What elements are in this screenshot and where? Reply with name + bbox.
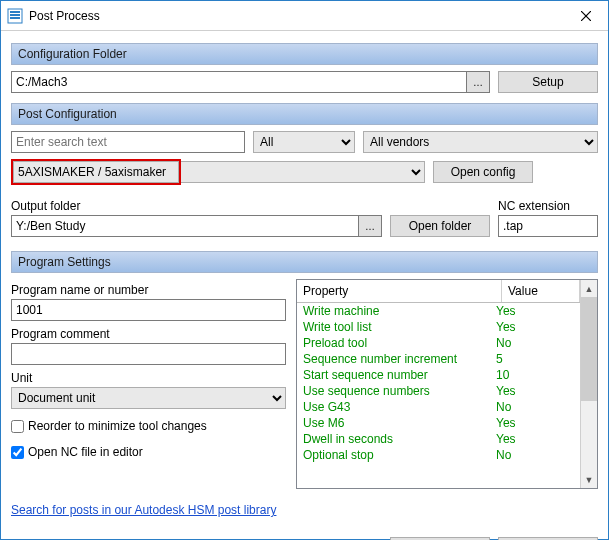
property-value: No: [496, 336, 574, 350]
program-comment-label: Program comment: [11, 327, 286, 341]
vendor-select[interactable]: All vendors: [363, 131, 598, 153]
filter-all-select[interactable]: All: [253, 131, 355, 153]
post-process-dialog: Post Process Configuration Folder … Setu…: [0, 0, 609, 540]
property-name: Dwell in seconds: [303, 432, 496, 446]
close-icon: [581, 11, 591, 21]
program-comment-input[interactable]: [11, 343, 286, 365]
output-folder-label: Output folder: [11, 199, 490, 213]
open-nc-checkbox[interactable]: [11, 446, 24, 459]
config-folder-browse-button[interactable]: …: [466, 71, 490, 93]
property-value: Yes: [496, 432, 574, 446]
highlight-box: 5AXISMAKER / 5axismaker: [11, 159, 181, 185]
col-header-property[interactable]: Property: [297, 280, 502, 302]
library-search-link[interactable]: Search for posts in our Autodesk HSM pos…: [11, 495, 276, 517]
unit-select[interactable]: Document unit: [11, 387, 286, 409]
property-row[interactable]: Sequence number increment5: [297, 351, 580, 367]
scroll-down-icon[interactable]: ▼: [581, 471, 597, 488]
property-name: Use M6: [303, 416, 496, 430]
property-row[interactable]: Preload toolNo: [297, 335, 580, 351]
property-name: Optional stop: [303, 448, 496, 462]
output-folder-input[interactable]: [11, 215, 358, 237]
property-value: Yes: [496, 320, 574, 334]
property-value: Yes: [496, 416, 574, 430]
property-row[interactable]: Optional stopNo: [297, 447, 580, 463]
unit-label: Unit: [11, 371, 286, 385]
open-nc-label: Open NC file in editor: [28, 445, 143, 459]
post-selected-text: 5AXISMAKER / 5axismaker: [18, 165, 166, 179]
program-name-input[interactable]: [11, 299, 286, 321]
property-value: Yes: [496, 384, 574, 398]
property-row[interactable]: Use G43No: [297, 399, 580, 415]
property-name: Sequence number increment: [303, 352, 496, 366]
scroll-up-icon[interactable]: ▲: [581, 280, 597, 297]
config-folder-input[interactable]: [11, 71, 466, 93]
property-value: No: [496, 448, 574, 462]
post-select[interactable]: [181, 161, 425, 183]
search-input[interactable]: [11, 131, 245, 153]
svg-rect-2: [10, 14, 20, 16]
properties-scrollbar[interactable]: ▲ ▼: [580, 280, 597, 488]
property-row[interactable]: Start sequence number10: [297, 367, 580, 383]
property-row[interactable]: Dwell in secondsYes: [297, 431, 580, 447]
program-name-label: Program name or number: [11, 283, 286, 297]
property-name: Start sequence number: [303, 368, 496, 382]
open-folder-button[interactable]: Open folder: [390, 215, 490, 237]
section-program-settings: Program Settings: [11, 251, 598, 273]
property-name: Write machine: [303, 304, 496, 318]
setup-button[interactable]: Setup: [498, 71, 598, 93]
output-folder-browse-button[interactable]: …: [358, 215, 382, 237]
titlebar: Post Process: [1, 1, 608, 31]
properties-grid: Property Value Write machineYesWrite too…: [296, 279, 598, 489]
property-row[interactable]: Use M6Yes: [297, 415, 580, 431]
reorder-label: Reorder to minimize tool changes: [28, 419, 207, 433]
open-config-button[interactable]: Open config: [433, 161, 533, 183]
app-icon: [7, 8, 23, 24]
property-value: 5: [496, 352, 574, 366]
property-value: No: [496, 400, 574, 414]
property-value: 10: [496, 368, 574, 382]
svg-rect-1: [10, 11, 20, 13]
property-name: Write tool list: [303, 320, 496, 334]
property-row[interactable]: Write machineYes: [297, 303, 580, 319]
svg-rect-3: [10, 17, 20, 19]
section-config-folder: Configuration Folder: [11, 43, 598, 65]
property-name: Use sequence numbers: [303, 384, 496, 398]
nc-ext-input[interactable]: [498, 215, 598, 237]
nc-ext-label: NC extension: [498, 199, 598, 213]
reorder-checkbox[interactable]: [11, 420, 24, 433]
close-button[interactable]: [564, 1, 608, 31]
property-name: Preload tool: [303, 336, 496, 350]
property-name: Use G43: [303, 400, 496, 414]
property-row[interactable]: Use sequence numbersYes: [297, 383, 580, 399]
post-selected-display: 5AXISMAKER / 5axismaker: [13, 161, 179, 183]
dialog-footer: Post Cancel: [1, 527, 608, 540]
col-header-value[interactable]: Value: [502, 280, 580, 302]
section-post-config: Post Configuration: [11, 103, 598, 125]
ellipsis-icon: …: [473, 77, 483, 88]
property-row[interactable]: Write tool listYes: [297, 319, 580, 335]
properties-header: Property Value: [297, 280, 580, 303]
window-title: Post Process: [29, 9, 564, 23]
scroll-thumb[interactable]: [581, 297, 597, 401]
ellipsis-icon: …: [365, 221, 375, 232]
property-value: Yes: [496, 304, 574, 318]
